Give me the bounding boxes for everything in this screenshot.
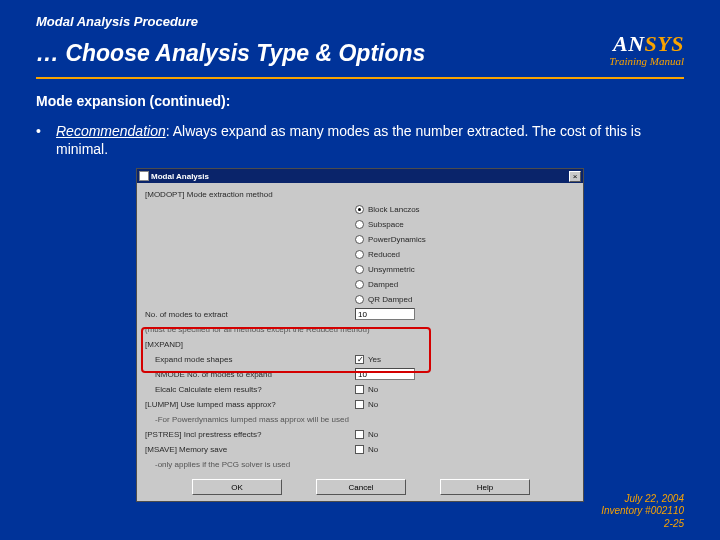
dialog-body: [MODOPT] Mode extraction method Block La… bbox=[137, 183, 583, 501]
footer-page: 2-25 bbox=[601, 518, 684, 531]
help-button[interactable]: Help bbox=[440, 479, 530, 495]
nmodes-label: No. of modes to extract bbox=[145, 310, 355, 319]
dialog-buttons: OK Cancel Help bbox=[145, 479, 577, 495]
logo-part-sys: SYS bbox=[645, 31, 684, 56]
elcalc-no: No bbox=[368, 385, 378, 394]
title-row: … Choose Analysis Type & Options ANSYS T… bbox=[36, 31, 684, 67]
expand-label: Expand mode shapes bbox=[145, 355, 355, 364]
nmode-expand-label: NMODE No. of modes to expand bbox=[145, 370, 355, 379]
dialog-titlebar: Modal Analysis × bbox=[137, 169, 583, 183]
bullet-text: Recommendation: Always expand as many mo… bbox=[56, 123, 684, 158]
ansys-logo: ANSYS bbox=[609, 31, 684, 57]
slide-header: Modal Analysis Procedure … Choose Analys… bbox=[0, 0, 720, 71]
lumpm-note: -For Powerdynamics lumped mass approx wi… bbox=[145, 415, 577, 424]
bullet-lead: Recommendation bbox=[56, 123, 166, 139]
dialog-wrap: Modal Analysis × [MODOPT] Mode extractio… bbox=[36, 168, 684, 502]
lumpm-checkbox[interactable] bbox=[355, 400, 364, 409]
nmodes-input[interactable]: 10 bbox=[355, 308, 415, 320]
bullet-item: • Recommendation: Always expand as many … bbox=[36, 123, 684, 158]
elcalc-label: Elcalc Calculate elem results? bbox=[145, 385, 355, 394]
slide-footer: July 22, 2004 Inventory #002110 2-25 bbox=[601, 493, 684, 531]
pstres-label: [PSTRES] Incl prestress effects? bbox=[145, 430, 355, 439]
section-subhead: Mode expansion (continued): bbox=[36, 93, 684, 109]
footer-date: July 22, 2004 bbox=[601, 493, 684, 506]
radio-damped[interactable] bbox=[355, 280, 364, 289]
method-label-6: QR Damped bbox=[368, 295, 412, 304]
footer-inventory: Inventory #002110 bbox=[601, 505, 684, 518]
nmodes-note: (must be specified for all methods excep… bbox=[145, 325, 577, 334]
mxpand-header: [MXPAND] bbox=[145, 340, 355, 349]
method-label-2: PowerDynamics bbox=[368, 235, 426, 244]
memory-label: [MSAVE] Memory save bbox=[145, 445, 355, 454]
dialog-title: Modal Analysis bbox=[151, 172, 209, 181]
page-title: … Choose Analysis Type & Options bbox=[36, 40, 425, 67]
expand-yes: Yes bbox=[368, 355, 381, 364]
radio-unsymmetric[interactable] bbox=[355, 265, 364, 274]
method-label-1: Subspace bbox=[368, 220, 404, 229]
ok-button[interactable]: OK bbox=[192, 479, 282, 495]
method-label-0: Block Lanczos bbox=[368, 205, 420, 214]
expand-checkbox[interactable] bbox=[355, 355, 364, 364]
nmode-expand-input[interactable]: 10 bbox=[355, 368, 415, 380]
method-label-3: Reduced bbox=[368, 250, 400, 259]
app-icon bbox=[139, 171, 149, 181]
lumpm-label: [LUMPM] Use lumped mass approx? bbox=[145, 400, 355, 409]
elcalc-checkbox[interactable] bbox=[355, 385, 364, 394]
memory-no: No bbox=[368, 445, 378, 454]
cancel-button[interactable]: Cancel bbox=[316, 479, 406, 495]
method-label-5: Damped bbox=[368, 280, 398, 289]
radio-powerdynamics[interactable] bbox=[355, 235, 364, 244]
logo-area: ANSYS Training Manual bbox=[609, 31, 684, 67]
bullet-mark: • bbox=[36, 123, 56, 158]
memory-checkbox[interactable] bbox=[355, 445, 364, 454]
modal-analysis-dialog: Modal Analysis × [MODOPT] Mode extractio… bbox=[136, 168, 584, 502]
supertitle: Modal Analysis Procedure bbox=[36, 14, 684, 29]
pstres-checkbox[interactable] bbox=[355, 430, 364, 439]
memory-note: -only applies if the PCG solver is used bbox=[145, 460, 577, 469]
close-button[interactable]: × bbox=[569, 171, 581, 182]
radio-block-lanczos[interactable] bbox=[355, 205, 364, 214]
logo-part-an: AN bbox=[613, 31, 645, 56]
radio-reduced[interactable] bbox=[355, 250, 364, 259]
modopt-heading: [MODOPT] Mode extraction method bbox=[145, 190, 355, 199]
radio-qr-damped[interactable] bbox=[355, 295, 364, 304]
pstres-no: No bbox=[368, 430, 378, 439]
slide-body: Mode expansion (continued): • Recommenda… bbox=[0, 79, 720, 502]
radio-subspace[interactable] bbox=[355, 220, 364, 229]
lumpm-no: No bbox=[368, 400, 378, 409]
training-manual-label: Training Manual bbox=[609, 55, 684, 67]
method-label-4: Unsymmetric bbox=[368, 265, 415, 274]
